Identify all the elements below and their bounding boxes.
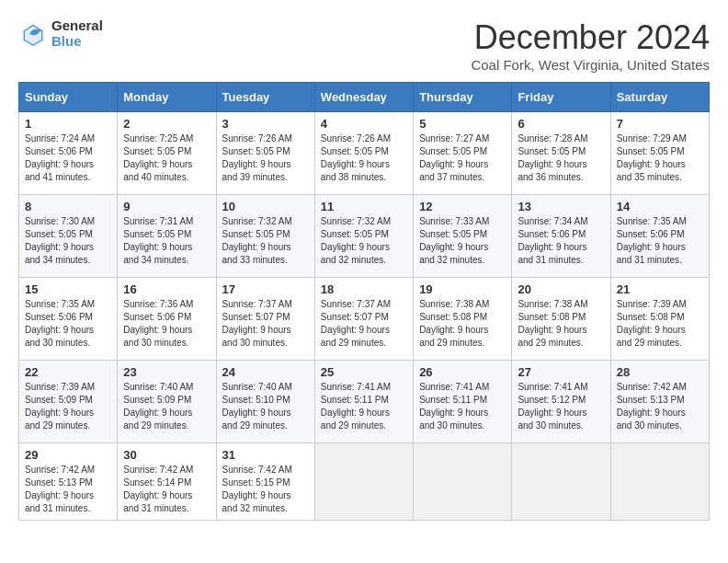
table-row: 9 Sunrise: 7:31 AMSunset: 5:05 PMDayligh… bbox=[118, 195, 216, 278]
logo-general: General bbox=[51, 18, 103, 34]
table-row: 24 Sunrise: 7:40 AMSunset: 5:10 PMDaylig… bbox=[216, 361, 314, 443]
day-info: Sunrise: 7:37 AMSunset: 5:07 PMDaylight:… bbox=[321, 299, 391, 348]
day-info: Sunrise: 7:26 AMSunset: 5:05 PMDaylight:… bbox=[321, 133, 391, 182]
location-title: Coal Fork, West Virginia, United States bbox=[471, 57, 710, 73]
table-row: 10 Sunrise: 7:32 AMSunset: 5:05 PMDaylig… bbox=[216, 195, 314, 278]
day-info: Sunrise: 7:37 AMSunset: 5:07 PMDaylight:… bbox=[222, 299, 292, 348]
table-row: 31 Sunrise: 7:42 AMSunset: 5:15 PMDaylig… bbox=[216, 443, 314, 521]
day-number: 11 bbox=[321, 200, 407, 213]
day-number: 14 bbox=[617, 200, 703, 213]
table-row: 25 Sunrise: 7:41 AMSunset: 5:11 PMDaylig… bbox=[314, 361, 413, 443]
table-row: 23 Sunrise: 7:40 AMSunset: 5:09 PMDaylig… bbox=[118, 361, 216, 443]
table-row: 20 Sunrise: 7:38 AMSunset: 5:08 PMDaylig… bbox=[512, 278, 610, 361]
table-row: 4 Sunrise: 7:26 AMSunset: 5:05 PMDayligh… bbox=[314, 112, 413, 195]
day-info: Sunrise: 7:32 AMSunset: 5:05 PMDaylight:… bbox=[222, 216, 292, 265]
table-row: 28 Sunrise: 7:42 AMSunset: 5:13 PMDaylig… bbox=[610, 361, 709, 443]
logo-icon bbox=[18, 19, 48, 49]
table-row: 13 Sunrise: 7:34 AMSunset: 5:06 PMDaylig… bbox=[512, 195, 610, 278]
title-section: December 2024 Coal Fork, West Virginia, … bbox=[471, 18, 710, 73]
day-info: Sunrise: 7:40 AMSunset: 5:10 PMDaylight:… bbox=[222, 382, 292, 431]
day-number: 18 bbox=[321, 282, 407, 296]
day-info: Sunrise: 7:42 AMSunset: 5:14 PMDaylight:… bbox=[123, 465, 193, 513]
table-row: 27 Sunrise: 7:41 AMSunset: 5:12 PMDaylig… bbox=[512, 361, 610, 443]
day-info: Sunrise: 7:39 AMSunset: 5:09 PMDaylight:… bbox=[25, 382, 95, 431]
table-row: 21 Sunrise: 7:39 AMSunset: 5:08 PMDaylig… bbox=[610, 278, 709, 361]
day-number: 27 bbox=[518, 365, 604, 379]
day-number: 3 bbox=[222, 117, 309, 131]
day-info: Sunrise: 7:41 AMSunset: 5:11 PMDaylight:… bbox=[419, 382, 489, 431]
table-row: 19 Sunrise: 7:38 AMSunset: 5:08 PMDaylig… bbox=[414, 278, 512, 361]
table-row: 6 Sunrise: 7:28 AMSunset: 5:05 PMDayligh… bbox=[512, 112, 610, 195]
day-number: 1 bbox=[25, 117, 111, 131]
day-info: Sunrise: 7:42 AMSunset: 5:13 PMDaylight:… bbox=[617, 382, 687, 431]
day-info: Sunrise: 7:40 AMSunset: 5:09 PMDaylight:… bbox=[123, 382, 193, 431]
day-number: 19 bbox=[419, 282, 506, 296]
table-row: 17 Sunrise: 7:37 AMSunset: 5:07 PMDaylig… bbox=[216, 278, 314, 361]
month-title: December 2024 bbox=[471, 18, 710, 57]
table-row bbox=[414, 443, 512, 521]
day-number: 7 bbox=[617, 117, 703, 131]
day-info: Sunrise: 7:42 AMSunset: 5:15 PMDaylight:… bbox=[222, 465, 292, 513]
day-info: Sunrise: 7:31 AMSunset: 5:05 PMDaylight:… bbox=[123, 216, 193, 265]
day-number: 5 bbox=[419, 117, 506, 131]
day-number: 26 bbox=[419, 365, 506, 379]
day-number: 15 bbox=[25, 282, 111, 296]
table-row: 7 Sunrise: 7:29 AMSunset: 5:05 PMDayligh… bbox=[610, 112, 709, 195]
day-number: 4 bbox=[321, 117, 407, 131]
day-number: 23 bbox=[123, 365, 210, 379]
day-info: Sunrise: 7:25 AMSunset: 5:05 PMDaylight:… bbox=[123, 133, 193, 182]
day-info: Sunrise: 7:38 AMSunset: 5:08 PMDaylight:… bbox=[419, 299, 489, 348]
day-number: 12 bbox=[419, 200, 506, 213]
day-number: 29 bbox=[25, 448, 111, 462]
table-row bbox=[610, 443, 709, 521]
page-container: General Blue December 2024 Coal Fork, We… bbox=[18, 18, 710, 521]
day-number: 30 bbox=[123, 448, 210, 462]
header-monday: Monday bbox=[118, 83, 216, 112]
table-row: 5 Sunrise: 7:27 AMSunset: 5:05 PMDayligh… bbox=[414, 112, 512, 195]
table-row: 16 Sunrise: 7:36 AMSunset: 5:06 PMDaylig… bbox=[118, 278, 216, 361]
day-info: Sunrise: 7:38 AMSunset: 5:08 PMDaylight:… bbox=[518, 299, 587, 348]
table-row: 15 Sunrise: 7:35 AMSunset: 5:06 PMDaylig… bbox=[19, 278, 118, 361]
logo-blue: Blue bbox=[51, 34, 103, 50]
day-info: Sunrise: 7:33 AMSunset: 5:05 PMDaylight:… bbox=[419, 216, 489, 265]
header: General Blue December 2024 Coal Fork, We… bbox=[18, 18, 710, 73]
table-row: 12 Sunrise: 7:33 AMSunset: 5:05 PMDaylig… bbox=[414, 195, 512, 278]
header-saturday: Saturday bbox=[610, 83, 709, 112]
day-number: 9 bbox=[123, 200, 210, 213]
day-number: 28 bbox=[617, 365, 703, 379]
day-number: 10 bbox=[222, 200, 309, 213]
header-sunday: Sunday bbox=[19, 83, 118, 112]
day-info: Sunrise: 7:32 AMSunset: 5:05 PMDaylight:… bbox=[321, 216, 391, 265]
day-info: Sunrise: 7:26 AMSunset: 5:05 PMDaylight:… bbox=[222, 133, 292, 182]
day-number: 25 bbox=[321, 365, 407, 379]
table-row: 26 Sunrise: 7:41 AMSunset: 5:11 PMDaylig… bbox=[414, 361, 512, 443]
day-info: Sunrise: 7:39 AMSunset: 5:08 PMDaylight:… bbox=[617, 299, 687, 348]
table-row bbox=[512, 443, 610, 521]
day-info: Sunrise: 7:27 AMSunset: 5:05 PMDaylight:… bbox=[419, 133, 489, 182]
day-number: 8 bbox=[25, 200, 111, 213]
day-info: Sunrise: 7:29 AMSunset: 5:05 PMDaylight:… bbox=[617, 133, 687, 182]
calendar-table: Sunday Monday Tuesday Wednesday Thursday… bbox=[18, 82, 710, 521]
table-row: 18 Sunrise: 7:37 AMSunset: 5:07 PMDaylig… bbox=[314, 278, 413, 361]
table-row: 29 Sunrise: 7:42 AMSunset: 5:13 PMDaylig… bbox=[19, 443, 118, 521]
day-info: Sunrise: 7:42 AMSunset: 5:13 PMDaylight:… bbox=[25, 465, 95, 513]
logo: General Blue bbox=[18, 18, 103, 49]
day-number: 22 bbox=[25, 365, 111, 379]
table-row: 3 Sunrise: 7:26 AMSunset: 5:05 PMDayligh… bbox=[216, 112, 314, 195]
day-info: Sunrise: 7:41 AMSunset: 5:11 PMDaylight:… bbox=[321, 382, 391, 431]
day-info: Sunrise: 7:30 AMSunset: 5:05 PMDaylight:… bbox=[25, 216, 95, 265]
table-row: 11 Sunrise: 7:32 AMSunset: 5:05 PMDaylig… bbox=[314, 195, 413, 278]
day-number: 20 bbox=[518, 282, 604, 296]
table-row: 14 Sunrise: 7:35 AMSunset: 5:06 PMDaylig… bbox=[610, 195, 709, 278]
logo-text: General Blue bbox=[51, 18, 103, 49]
day-info: Sunrise: 7:28 AMSunset: 5:05 PMDaylight:… bbox=[518, 133, 587, 182]
day-number: 31 bbox=[222, 448, 309, 462]
table-row: 1 Sunrise: 7:24 AMSunset: 5:06 PMDayligh… bbox=[19, 112, 118, 195]
day-info: Sunrise: 7:24 AMSunset: 5:06 PMDaylight:… bbox=[25, 133, 95, 182]
day-info: Sunrise: 7:35 AMSunset: 5:06 PMDaylight:… bbox=[25, 299, 95, 348]
table-row: 30 Sunrise: 7:42 AMSunset: 5:14 PMDaylig… bbox=[118, 443, 216, 521]
table-row: 8 Sunrise: 7:30 AMSunset: 5:05 PMDayligh… bbox=[19, 195, 118, 278]
header-friday: Friday bbox=[512, 83, 610, 112]
day-info: Sunrise: 7:35 AMSunset: 5:06 PMDaylight:… bbox=[617, 216, 687, 265]
table-row: 22 Sunrise: 7:39 AMSunset: 5:09 PMDaylig… bbox=[19, 361, 118, 443]
